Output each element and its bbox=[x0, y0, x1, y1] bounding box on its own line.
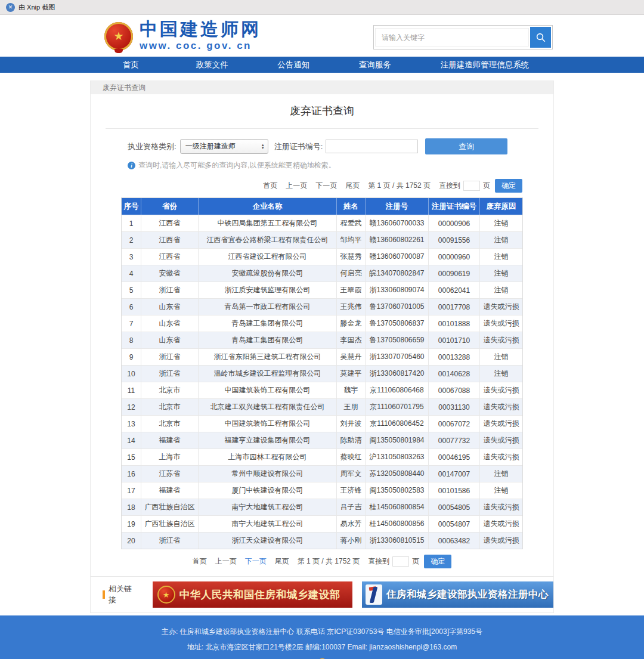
table-cell: 陈助清 bbox=[337, 432, 366, 448]
table-cell: 鲁137050806837 bbox=[366, 315, 429, 332]
table-body: 1江西省中铁四局集团第五工程有限公司程爱武赣136060700033000009… bbox=[122, 215, 522, 549]
table-cell: 山东省 bbox=[141, 332, 199, 348]
page-last-link[interactable]: 尾页 bbox=[275, 556, 289, 567]
table-cell: 19 bbox=[122, 515, 141, 532]
table-cell: 京111060806468 bbox=[366, 382, 429, 398]
site-search bbox=[373, 25, 553, 49]
page-next-link[interactable]: 下一页 bbox=[245, 556, 267, 567]
page-first-link[interactable]: 首页 bbox=[193, 556, 207, 567]
table-cell: 遗失或污损 bbox=[480, 298, 522, 315]
jump-confirm-button[interactable]: 确定 bbox=[495, 179, 522, 193]
table-cell: 桂145060800854 bbox=[366, 499, 429, 515]
table-cell: 温岭市城乡建设工程监理有限公司 bbox=[199, 365, 337, 382]
table-cell: 00147007 bbox=[429, 465, 480, 482]
table-cell: 00013288 bbox=[429, 348, 480, 365]
table-cell: 赣136060700033 bbox=[366, 215, 429, 231]
page-next-link[interactable]: 下一页 bbox=[315, 181, 337, 191]
category-select[interactable]: 一级注册建造师 ▲▼ bbox=[180, 139, 268, 154]
registration-center-banner-link[interactable]: 住房和城乡建设部执业资格注册中心 bbox=[362, 581, 553, 608]
jump-confirm-button[interactable]: 确定 bbox=[424, 555, 451, 568]
table-cell: 鲁137050806659 bbox=[366, 332, 429, 348]
nav-item-3[interactable]: 查询服务 bbox=[334, 57, 415, 73]
table-row: 14福建省福建亨立建设集团有限公司陈助清闽1350508019840007773… bbox=[122, 432, 522, 448]
nav-item-1[interactable]: 政策文件 bbox=[171, 57, 252, 73]
table-cell: 6 bbox=[122, 298, 141, 315]
table-cell: 00140628 bbox=[429, 365, 480, 382]
table-cell: 皖134070802847 bbox=[366, 265, 429, 281]
table-cell: 赣136060802261 bbox=[366, 231, 429, 248]
table-cell: 江西省建设工程有限公司 bbox=[199, 248, 337, 265]
table-cell: 注销 bbox=[480, 465, 522, 482]
nav-item-2[interactable]: 公告通知 bbox=[253, 57, 334, 73]
table-cell: 浙133060810515 bbox=[366, 532, 429, 549]
table-cell: 00054807 bbox=[429, 515, 480, 532]
table-row: 15上海市上海市园林工程有限公司蔡映红沪13105080326300046195… bbox=[122, 448, 522, 465]
table-cell: 福建省 bbox=[141, 432, 199, 448]
table-cell: 17 bbox=[122, 482, 141, 499]
table-cell: 鲁137060701005 bbox=[366, 298, 429, 315]
page-footer: 主办: 住房和城乡建设部执业资格注册中心 联系电话 京ICP证030753号 电… bbox=[0, 615, 644, 659]
page-prev-link[interactable]: 上一页 bbox=[215, 556, 237, 567]
table-cell: 00067088 bbox=[429, 382, 480, 398]
table-row: 9浙江省浙江省东阳第三建筑工程有限公司吴慧丹浙13307070546000013… bbox=[122, 348, 522, 365]
table-header-cell: 省份 bbox=[141, 198, 199, 215]
related-links: 相关链接 ★ 中华人民共和国住房和城乡建设部 住房和城乡建设部执业资格注册中心 bbox=[91, 577, 553, 612]
table-row: 10浙江省温岭市城乡建设工程监理有限公司莫建平浙1330608174200014… bbox=[122, 365, 522, 382]
table-cell: 13 bbox=[122, 415, 141, 432]
table-cell: 00031130 bbox=[429, 398, 480, 415]
table-cell: 南宁大地建筑工程公司 bbox=[199, 499, 337, 515]
table-cell: 00101586 bbox=[429, 482, 480, 499]
table-cell: 上海市 bbox=[141, 448, 199, 465]
table-cell: 桂145060800856 bbox=[366, 515, 429, 532]
table-cell: 北京市 bbox=[141, 415, 199, 432]
logo-text: 中国建造师网 www. coc. gov. cn bbox=[140, 20, 261, 52]
mohurd-banner-label: 中华人民共和国住房和城乡建设部 bbox=[179, 587, 340, 602]
table-cell: 福建省 bbox=[141, 482, 199, 499]
table-row: 17福建省厦门中铁建设有限公司王济锋闽13505080258300101586注… bbox=[122, 482, 522, 499]
table-header-cell: 废弃原因 bbox=[480, 198, 522, 215]
table-cell: 吴慧丹 bbox=[337, 348, 366, 365]
page-last-link[interactable]: 尾页 bbox=[345, 181, 360, 191]
table-cell: 赣136060700087 bbox=[366, 248, 429, 265]
jump-page-input[interactable] bbox=[392, 556, 409, 567]
certificates-table: 序号省份企业名称姓名注册号注册证书编号废弃原因 1江西省中铁四局集团第五工程有限… bbox=[121, 197, 523, 549]
nav-item-4[interactable]: 注册建造师管理信息系统 bbox=[416, 57, 554, 73]
table-row: 6山东省青岛第一市政工程有限公司王兆伟鲁13706070100500017708… bbox=[122, 298, 522, 315]
orange-bar-icon bbox=[103, 590, 105, 599]
jump-page-input[interactable] bbox=[463, 181, 480, 191]
site-logo[interactable]: ★ 中国建造师网 www. coc. gov. cn bbox=[104, 20, 261, 52]
table-cell: 遗失或污损 bbox=[480, 398, 522, 415]
page-prev-link[interactable]: 上一页 bbox=[286, 181, 307, 191]
mohurd-banner-link[interactable]: ★ 中华人民共和国住房和城乡建设部 bbox=[153, 581, 352, 608]
pagination-bottom: 首页 上一页 下一页 尾页 第 1 页 / 共 1752 页 直接到 页 确定 bbox=[122, 555, 522, 568]
table-row: 11北京市中国建筑装饰工程有限公司魏宇京11106080646800067088… bbox=[122, 382, 522, 398]
table-cell: 注销 bbox=[480, 265, 522, 281]
table-cell: 注销 bbox=[480, 215, 522, 231]
search-input[interactable] bbox=[375, 28, 529, 47]
nav-item-0[interactable]: 首页 bbox=[90, 57, 171, 73]
table-cell: 浙133060809074 bbox=[366, 281, 429, 298]
site-name: 中国建造师网 bbox=[140, 20, 261, 38]
table-cell: 1 bbox=[122, 215, 141, 231]
table-cell: 程爱武 bbox=[337, 215, 366, 231]
table-cell: 常州中顺建设有限公司 bbox=[199, 465, 337, 482]
table-cell: 王济锋 bbox=[337, 482, 366, 499]
table-cell: 遗失或污损 bbox=[480, 415, 522, 432]
search-button[interactable] bbox=[530, 27, 551, 48]
table-cell: 浙江省东阳第三建筑工程有限公司 bbox=[199, 348, 337, 365]
query-button[interactable]: 查询 bbox=[425, 138, 507, 154]
table-row: 3江西省江西省建设工程有限公司张慧秀赣13606070008700000960注… bbox=[122, 248, 522, 265]
jump-label: 直接到 bbox=[368, 556, 389, 567]
table-cell: 11 bbox=[122, 382, 141, 398]
table-cell: 厦门中铁建设有限公司 bbox=[199, 482, 337, 499]
table-cell: 福建亨立建设集团有限公司 bbox=[199, 432, 337, 448]
cert-number-input[interactable] bbox=[326, 140, 418, 153]
table-cell: 00046195 bbox=[429, 448, 480, 465]
category-label: 执业资格类别: bbox=[128, 141, 177, 152]
table-cell: 00101710 bbox=[429, 332, 480, 348]
table-cell: 邹均平 bbox=[337, 231, 366, 248]
table-cell: 上海市园林工程有限公司 bbox=[199, 448, 337, 465]
page-title: 废弃证书查询 bbox=[91, 104, 553, 118]
table-cell: 7 bbox=[122, 315, 141, 332]
page-first-link[interactable]: 首页 bbox=[263, 181, 277, 191]
